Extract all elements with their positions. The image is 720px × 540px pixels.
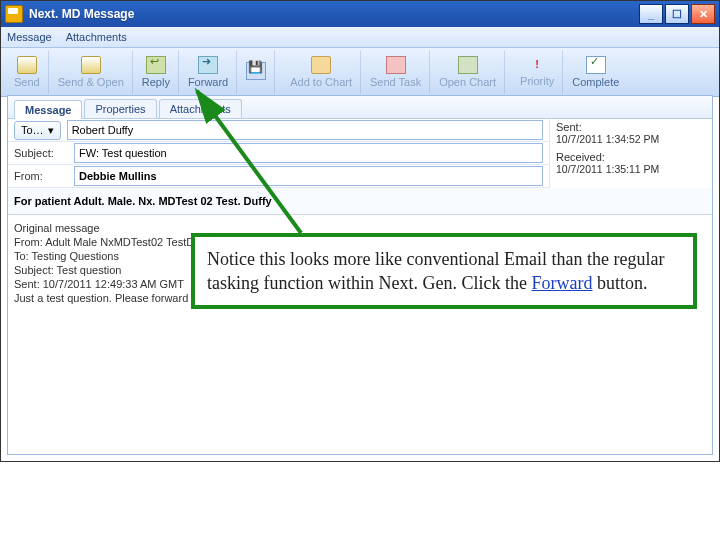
add-chart-label: Add to Chart <box>290 76 352 88</box>
to-label: To… <box>21 124 44 136</box>
reply-label: Reply <box>142 76 170 88</box>
tab-attachments[interactable]: Attachments <box>159 99 242 118</box>
forward-button[interactable]: Forward <box>179 50 237 94</box>
app-window: Next. MD Message _ ☐ ✕ Message Attachmen… <box>0 0 720 462</box>
menu-attachments[interactable]: Attachments <box>66 31 127 43</box>
complete-button[interactable]: Complete <box>563 50 627 94</box>
from-label: From: <box>14 170 74 182</box>
forward-icon <box>198 56 218 74</box>
window-controls: _ ☐ ✕ <box>639 4 715 24</box>
menu-message[interactable]: Message <box>7 31 52 43</box>
header-block: To… ▾ Subject: From: Sent: 10/7/2011 1:3… <box>8 119 712 188</box>
open-chart-label: Open Chart <box>439 76 496 88</box>
annotation-forward-link: Forward <box>531 273 592 293</box>
menubar: Message Attachments <box>1 27 719 48</box>
to-button[interactable]: To… ▾ <box>14 121 61 140</box>
save-button[interactable] <box>237 50 275 94</box>
complete-label: Complete <box>572 76 619 88</box>
minimize-button[interactable]: _ <box>639 4 663 24</box>
send-task-button[interactable]: Send Task <box>361 50 430 94</box>
received-label: Received: <box>556 151 706 163</box>
add-to-chart-button[interactable]: Add to Chart <box>281 50 361 94</box>
reply-icon <box>146 56 166 74</box>
window-title: Next. MD Message <box>29 7 639 21</box>
send-button[interactable]: Send <box>5 50 49 94</box>
reply-button[interactable]: Reply <box>133 50 179 94</box>
subject-label: Subject: <box>14 147 74 159</box>
tutorial-annotation: Notice this looks more like conventional… <box>191 233 697 309</box>
priority-label: Priority <box>520 75 554 87</box>
from-field[interactable] <box>74 166 543 186</box>
maximize-button[interactable]: ☐ <box>665 4 689 24</box>
app-icon <box>5 5 23 23</box>
save-icon <box>246 62 266 80</box>
priority-button[interactable]: ! Priority <box>511 50 563 94</box>
patient-line: For patient Adult. Male. Nx. MDTest 02 T… <box>14 195 272 207</box>
timestamps-panel: Sent: 10/7/2011 1:34:52 PM Received: 10/… <box>549 119 712 188</box>
chart-icon <box>458 56 478 74</box>
folder-icon <box>311 56 331 74</box>
titlebar: Next. MD Message _ ☐ ✕ <box>1 1 719 27</box>
from-row: From: <box>8 165 549 188</box>
received-value: 10/7/2011 1:35:11 PM <box>556 163 706 175</box>
forward-label: Forward <box>188 76 228 88</box>
open-chart-button[interactable]: Open Chart <box>430 50 505 94</box>
close-button[interactable]: ✕ <box>691 4 715 24</box>
mail-icon <box>17 56 37 74</box>
task-icon <box>386 56 406 74</box>
toolbar: Send Send & Open Reply Forward Add to Ch… <box>1 48 719 97</box>
complete-icon <box>586 56 606 74</box>
subject-field[interactable] <box>74 143 543 163</box>
sent-value: 10/7/2011 1:34:52 PM <box>556 133 706 145</box>
sent-label: Sent: <box>556 121 706 133</box>
send-open-button[interactable]: Send & Open <box>49 50 133 94</box>
send-task-label: Send Task <box>370 76 421 88</box>
tab-message[interactable]: Message <box>14 100 82 119</box>
chevron-down-icon: ▾ <box>48 124 54 137</box>
subject-row: Subject: <box>8 142 549 165</box>
to-field[interactable] <box>67 120 543 140</box>
to-row: To… ▾ <box>8 119 549 142</box>
patient-row: For patient Adult. Male. Nx. MDTest 02 T… <box>8 188 712 215</box>
annotation-text-post: button. <box>592 273 647 293</box>
priority-icon: ! <box>528 57 546 73</box>
tabstrip: Message Properties Attachments <box>8 96 712 119</box>
send-open-label: Send & Open <box>58 76 124 88</box>
send-label: Send <box>14 76 40 88</box>
mail-open-icon <box>81 56 101 74</box>
tab-properties[interactable]: Properties <box>84 99 156 118</box>
